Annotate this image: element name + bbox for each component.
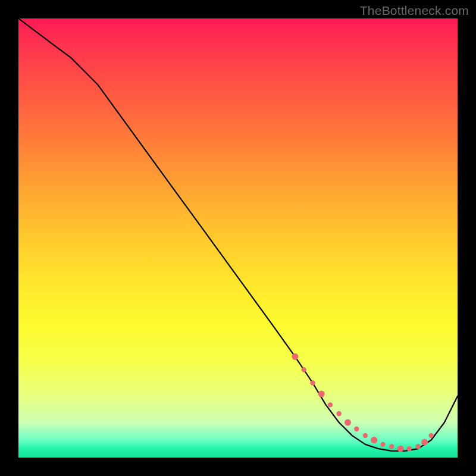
marker-dot [292,353,298,360]
marker-dot [310,380,315,385]
marker-dot [397,446,404,452]
marker-dot [371,437,377,443]
marker-dot [318,391,325,397]
marker-dot [380,442,385,447]
marker-dot [337,411,342,416]
trough-markers [292,353,434,452]
curve-layer [18,18,458,458]
watermark-text: TheBottleneck.com [360,4,469,18]
chart-stage: TheBottleneck.com [0,0,476,476]
marker-dot [302,367,306,372]
marker-dot [363,433,368,438]
marker-dot [354,427,359,431]
marker-dot [345,419,351,426]
marker-dot [421,439,428,446]
plot-area [18,18,458,458]
marker-dot [415,444,420,449]
marker-dot [429,433,434,438]
bottleneck-curve [18,18,458,451]
marker-dot [407,446,412,451]
marker-dot [328,402,333,407]
marker-dot [389,444,394,449]
